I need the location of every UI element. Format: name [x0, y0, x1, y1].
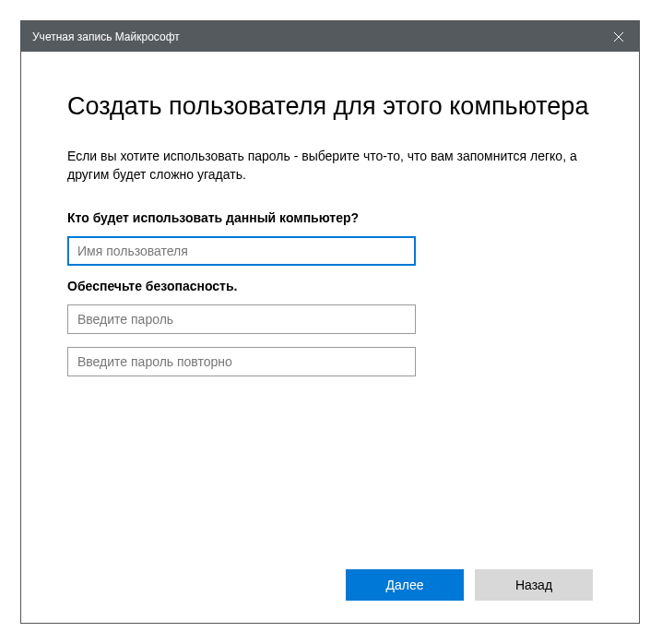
window-title: Учетная запись Майкрософт	[32, 30, 180, 43]
content-area: Создать пользователя для этого компьютер…	[21, 52, 639, 623]
next-button[interactable]: Далее	[346, 569, 464, 601]
close-button[interactable]	[597, 21, 639, 52]
close-icon	[614, 32, 623, 42]
page-description: Если вы хотите использовать пароль - выб…	[67, 147, 593, 185]
username-section-label: Кто будет использовать данный компьютер?	[67, 210, 593, 225]
password-input[interactable]	[67, 304, 416, 334]
security-section-label: Обеспечьте безопасность.	[67, 279, 593, 293]
password-confirm-input[interactable]	[67, 347, 416, 376]
button-row: Далее Назад	[67, 569, 593, 601]
page-heading: Создать пользователя для этого компьютер…	[67, 92, 593, 121]
back-button[interactable]: Назад	[475, 569, 593, 601]
username-input[interactable]	[67, 236, 416, 266]
spacer	[67, 389, 593, 569]
titlebar: Учетная запись Майкрософт	[21, 21, 639, 52]
dialog-window: Учетная запись Майкрософт Создать пользо…	[20, 20, 640, 624]
